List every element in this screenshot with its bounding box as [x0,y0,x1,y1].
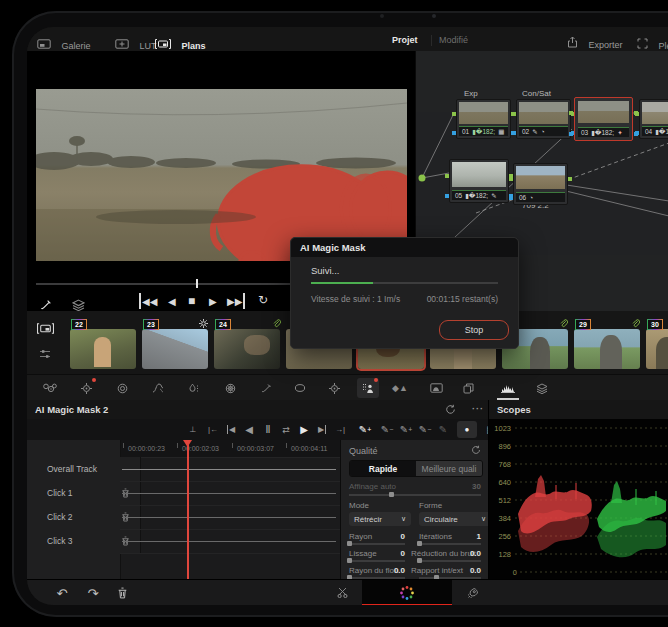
node-input-port[interactable] [452,112,456,116]
hdr-grade-button[interactable] [111,378,133,398]
track-forward-button[interactable]: ▶ [296,419,312,440]
clip-thumbnail[interactable] [142,329,208,369]
node-mask-input-port[interactable] [452,131,456,135]
track-lane[interactable] [120,505,340,530]
panel-more-button[interactable]: ··· [472,404,484,414]
quality-best-option[interactable]: Meilleure quali [416,461,482,476]
play-reverse-button[interactable]: ◀ [168,293,176,309]
param-slider[interactable] [419,560,481,562]
mode-select[interactable]: Rétrécir ∨ [349,512,411,526]
refine-slider[interactable] [349,494,481,496]
add-keyframe-button[interactable]: ⊥ [185,419,201,440]
clip-thumbnail[interactable] [646,329,668,369]
color-warper-button[interactable] [183,378,205,398]
node-input-port[interactable] [509,177,513,181]
param-slider[interactable] [349,543,405,545]
curves-button[interactable] [147,378,169,398]
node-input-port[interactable] [445,174,449,178]
skip-end-button[interactable]: ▶ [314,419,330,440]
primaries-button[interactable] [75,378,97,398]
clip-number-badge: 23 [143,319,159,330]
add-stroke-pen-button[interactable]: ✎+ [357,419,373,440]
param-slider[interactable] [419,543,481,545]
timeline-filter-button[interactable] [39,349,51,359]
waveform-scope[interactable]: 1023 896 768 640 512 384 256 128 0 [489,419,668,579]
node-output-port[interactable] [568,177,572,181]
paperclip-icon [559,319,568,328]
clip-figure [530,337,550,369]
scopes-button[interactable] [497,378,519,400]
node-mask-input-port[interactable] [512,131,516,135]
node-number: 03 [581,129,588,136]
node-input-port[interactable] [512,112,516,116]
cut-page-button[interactable] [337,587,350,598]
clip-thumbnail[interactable] [214,329,280,369]
power-window-button[interactable] [289,378,311,398]
shape-value: Circulaire [424,515,458,524]
magic-mask-button[interactable] [357,378,379,398]
stop-button[interactable]: ■ [188,293,195,309]
track-lane[interactable] [120,529,340,554]
node-04[interactable]: 04▮�182;◯ [639,99,668,139]
clip-thumbnail[interactable] [574,329,640,369]
node-scope-icon: ▮�182; [655,128,668,136]
node-mask-input-port[interactable] [569,132,573,136]
track-reverse-button[interactable]: ◀ [241,419,257,440]
track-lane[interactable] [120,457,340,482]
loop-button[interactable]: ↻ [258,292,268,308]
modified-status: Modifié [439,35,468,45]
track-lane[interactable] [120,481,340,506]
node-01[interactable]: 01▮�182;▦ [456,99,511,139]
go-prev-keyframe-button[interactable]: |← [205,419,221,440]
node-input-port[interactable] [569,111,573,115]
node-05[interactable]: 05▮�182;✎ [449,159,509,203]
last-frame-button[interactable]: ▶▶ [227,293,245,309]
node-03-selected[interactable]: 03▮�182;✦ [574,97,633,141]
reset-icon[interactable] [471,445,481,455]
first-frame-button[interactable]: ◀◀ [139,293,157,309]
play-button[interactable]: ▶ [209,293,217,309]
param-value: 0.0 [465,566,481,575]
erase-stroke-pen-button[interactable]: ✎− [379,419,395,440]
node-mask-input-port[interactable] [445,194,449,198]
timeline-playhead[interactable] [187,440,192,447]
node-02[interactable]: 02✎◔ [516,99,571,139]
stop-tracking-button[interactable]: Stop [439,320,509,340]
add-touch-pen-button[interactable]: ✎+ [398,419,414,440]
clips-filter-button[interactable] [37,323,54,334]
go-next-keyframe-button[interactable]: →| [332,419,348,440]
undo-button[interactable]: ↶ [53,583,71,604]
warper-mesh-button[interactable] [219,378,241,398]
node-mask-input-port[interactable] [635,131,639,135]
delete-button[interactable] [117,587,128,599]
reset-icon[interactable] [445,404,456,415]
node-mask-input-port[interactable] [509,196,513,200]
clip-thumbnail[interactable] [70,329,136,369]
color-wheels-button[interactable] [39,378,61,398]
redo-button[interactable]: ↷ [84,583,102,604]
video-frame[interactable] [36,89,407,261]
erase-touch-pen-button[interactable]: ✎− [417,419,433,440]
node-06[interactable]: 06◔ [513,163,568,205]
skip-start-button[interactable]: ◀ [223,419,239,440]
scrubber-playhead[interactable] [196,279,198,288]
wipe-stack-button[interactable] [531,378,553,398]
qualifier-button[interactable] [255,378,277,398]
grab-still-button[interactable] [457,378,479,398]
deliver-page-button[interactable] [467,587,479,599]
node-input-port[interactable] [635,112,639,116]
quality-fast-option[interactable]: Rapide [350,461,416,476]
color-page-tab-active[interactable] [362,580,452,605]
blur-button[interactable]: ◆▲ [389,378,411,398]
param-slider[interactable] [349,560,405,562]
clip-figure [94,337,111,367]
export-button[interactable]: Exporter [567,34,622,52]
eyedropper-icon [40,299,52,311]
shape-select[interactable]: Circulaire ∨ [419,512,491,526]
tracker-button[interactable] [323,378,345,398]
stroke-options-pen-button[interactable]: ✎ [436,419,450,440]
mask-overlay-button[interactable] [425,378,447,398]
pause-tracking-button[interactable]: ‖ [260,419,276,440]
track-bidirectional-button[interactable]: ⇄ [278,419,294,440]
mask-overlay-toggle[interactable]: ● [457,421,477,438]
